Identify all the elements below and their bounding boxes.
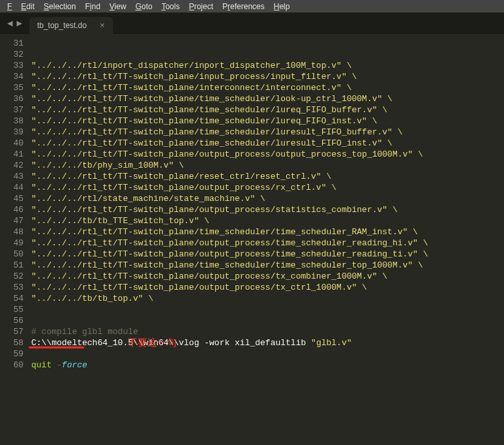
code-line: quit -force <box>31 360 504 371</box>
code-line: "../../../rtl/inport_dispatcher/inport_d… <box>31 60 504 71</box>
line-number: 37 <box>0 104 23 115</box>
line-number: 59 <box>0 348 23 360</box>
code-line: "../../../rtl_tt/TT-switch_plane/time_sc… <box>31 127 504 138</box>
line-number: 40 <box>0 138 23 149</box>
line-number: 51 <box>0 260 23 271</box>
menu-preferences[interactable]: Preferences <box>218 2 269 11</box>
menu-help[interactable]: Help <box>269 2 295 11</box>
code-line: "../../../rtl_tt/TT-switch_plane/input_p… <box>31 71 504 82</box>
menu-selection[interactable]: Selection <box>39 2 80 11</box>
code-line <box>31 315 504 326</box>
code-line <box>31 304 504 315</box>
code-line: # compile glbl module <box>31 326 504 337</box>
line-number: 55 <box>0 304 23 315</box>
code-line: "../../../rtl_tt/TT-switch_plane/output_… <box>31 249 504 260</box>
menu-find[interactable]: Find <box>80 2 104 11</box>
code-area[interactable]: "../../../rtl/inport_dispatcher/inport_d… <box>29 34 504 445</box>
code-line <box>31 382 504 393</box>
line-number: 42 <box>0 160 23 171</box>
menu-tools[interactable]: Tools <box>157 2 185 11</box>
line-number: 58 <box>0 337 23 348</box>
code-line: "../../../tb/phy_sim_100M.v" \ <box>31 160 504 171</box>
line-number: 53 <box>0 282 23 293</box>
line-number: 44 <box>0 182 23 193</box>
code-line: "../../../rtl_tt/TT-switch_plane/output_… <box>31 182 504 193</box>
line-number-gutter: 3132333435363738394041424344454647484950… <box>0 34 29 445</box>
tab-file[interactable]: tb_top_test.do × <box>29 17 113 34</box>
menu-bar: F Edit Selection Find View Goto Tools Pr… <box>0 0 504 13</box>
code-line: "../../../rtl_tt/TT-switch_plane/time_sc… <box>31 226 504 238</box>
code-line: "../../../rtl_tt/TT-switch_plane/interco… <box>31 82 504 93</box>
line-number: 48 <box>0 226 23 238</box>
line-number: 31 <box>0 38 23 49</box>
line-number: 60 <box>0 360 23 371</box>
code-line <box>31 348 504 360</box>
code-line <box>31 371 504 382</box>
line-number: 43 <box>0 171 23 182</box>
close-icon[interactable]: × <box>100 20 105 30</box>
annotation-text: 不要这一句 <box>128 337 177 348</box>
code-line: "../../../tb/tb_TTE_switch_top.v" \ <box>31 215 504 226</box>
code-line: "../../../rtl_tt/TT-switch_plane/output_… <box>31 238 504 249</box>
tab-bar: ◀ ▶ tb_top_test.do × <box>0 13 504 34</box>
tab-title: tb_top_test.do <box>37 21 87 30</box>
code-line: "../../../rtl_tt/TT-switch_plane/time_sc… <box>31 93 504 104</box>
code-line: "../../../rtl_tt/TT-switch_plane/output_… <box>31 271 504 282</box>
line-number: 41 <box>0 149 23 160</box>
code-line: C:\\modeltech64_10.5\\win64\\vlog -work … <box>31 337 504 348</box>
line-number: 39 <box>0 127 23 138</box>
line-number: 50 <box>0 249 23 260</box>
menu-goto[interactable]: Goto <box>131 2 157 11</box>
line-number: 33 <box>0 60 23 71</box>
line-number: 57 <box>0 326 23 337</box>
line-number: 45 <box>0 193 23 204</box>
code-line: "../../../rtl/state_machine/state_machin… <box>31 193 504 204</box>
code-line: "../../../rtl_tt/TT-switch_plane/reset_c… <box>31 171 504 182</box>
code-line: "../../../rtl_tt/TT-switch_plane/time_sc… <box>31 260 504 271</box>
code-line: "../../../rtl_tt/TT-switch_plane/time_sc… <box>31 104 504 115</box>
editor[interactable]: 3132333435363738394041424344454647484950… <box>0 34 504 445</box>
line-number: 46 <box>0 204 23 215</box>
line-number: 38 <box>0 115 23 127</box>
code-line: "../../../rtl_tt/TT-switch_plane/output_… <box>31 149 504 160</box>
line-number: 49 <box>0 238 23 249</box>
code-line: "../../../tb/tb_top.v" \ <box>31 293 504 304</box>
code-line: "../../../rtl_tt/TT-switch_plane/output_… <box>31 282 504 293</box>
annotation-underline <box>29 346 84 348</box>
line-number: 47 <box>0 215 23 226</box>
line-number: 36 <box>0 93 23 104</box>
line-number: 34 <box>0 71 23 82</box>
line-number: 35 <box>0 82 23 93</box>
code-line: "../../../rtl_tt/TT-switch_plane/time_sc… <box>31 115 504 127</box>
menu-view[interactable]: View <box>105 2 131 11</box>
line-number: 56 <box>0 315 23 326</box>
line-number: 52 <box>0 271 23 282</box>
code-line: "../../../rtl_tt/TT-switch_plane/time_sc… <box>31 138 504 149</box>
code-line: "../../../rtl_tt/TT-switch_plane/output_… <box>31 204 504 215</box>
menu-project[interactable]: Project <box>185 2 218 11</box>
menu-file[interactable]: F <box>3 2 16 11</box>
nav-forward-icon[interactable]: ▶ <box>14 18 23 29</box>
line-number: 54 <box>0 293 23 304</box>
menu-edit[interactable]: Edit <box>16 2 39 11</box>
nav-back-icon[interactable]: ◀ <box>5 18 14 29</box>
line-number: 32 <box>0 49 23 60</box>
